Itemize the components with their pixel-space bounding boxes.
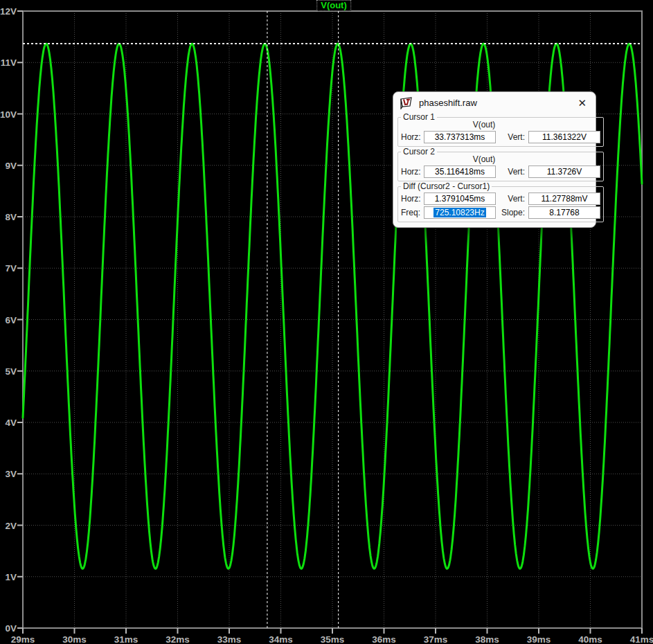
diff-freq-field[interactable]: 725.10823Hz <box>424 206 496 219</box>
y-tick-label: 8V <box>5 212 17 222</box>
cursor1-horz-label: Horz: <box>401 132 424 142</box>
cursor1-horz-field[interactable]: 33.737313ms <box>424 131 496 143</box>
x-tick-label: 29ms <box>11 634 35 644</box>
x-tick-label: 35ms <box>321 634 345 644</box>
x-tick-label: 36ms <box>372 634 396 644</box>
x-tick-label: 30ms <box>62 634 87 644</box>
y-tick-label: 5V <box>5 366 17 377</box>
x-tick-label: 34ms <box>269 634 293 644</box>
cursor1-vert-label: Vert: <box>496 132 528 142</box>
x-tick-label: 31ms <box>114 634 138 644</box>
y-tick-label: 11V <box>1 57 17 68</box>
diff-group: Diff (Cursor2 - Cursor1) Horz: 1.3791045… <box>397 181 604 222</box>
y-tick-label: 0V <box>5 623 17 634</box>
cursor2-horz-field[interactable]: 35.116418ms <box>424 166 496 178</box>
cursor2-vert-label: Vert: <box>496 167 528 177</box>
diff-vert-field[interactable]: 11.27788mV <box>528 193 600 205</box>
y-tick-label: 4V <box>5 418 17 428</box>
diff-slope-label: Slope: <box>496 208 528 217</box>
x-tick-label: 38ms <box>475 634 499 644</box>
diff-vert-label: Vert: <box>496 194 528 204</box>
y-tick-label: 12V <box>0 6 17 17</box>
cursor2-trace-name: V(out) <box>384 155 584 164</box>
x-tick-label: 37ms <box>424 634 448 644</box>
cursor2-group: Cursor 2 V(out) Horz: 35.116418ms Vert: … <box>397 147 604 181</box>
y-tick-label: 10V <box>0 109 17 120</box>
dialog-title: phaseshift.raw <box>419 98 574 108</box>
y-tick-label: 9V <box>5 161 17 171</box>
cursor2-vert-field[interactable]: 11.3726V <box>528 166 600 178</box>
x-tick-label: 33ms <box>217 634 242 644</box>
x-tick-label: 41ms <box>630 634 653 644</box>
diff-freq-label: Freq: <box>401 208 424 217</box>
plot-pane-title[interactable]: V(out) <box>316 0 351 11</box>
cursor-dialog[interactable]: phaseshift.raw ✕ Cursor 1 V(out) Horz: 3… <box>393 91 596 228</box>
cursor1-group: Cursor 1 V(out) Horz: 33.737313ms Vert: … <box>397 112 604 147</box>
diff-slope-field[interactable]: 8.17768 <box>528 206 600 219</box>
cursor2-horz-label: Horz: <box>401 167 424 177</box>
y-tick-label: 6V <box>5 315 17 325</box>
diff-group-label: Diff (Cursor2 - Cursor1) <box>401 181 492 191</box>
y-tick-label: 1V <box>5 572 17 582</box>
ltspice-logo-icon <box>400 97 413 109</box>
y-tick-label: 2V <box>5 521 17 531</box>
x-tick-label: 40ms <box>578 634 602 644</box>
y-tick-label: 7V <box>5 263 17 274</box>
x-tick-label: 39ms <box>527 634 551 644</box>
dialog-title-bar[interactable]: phaseshift.raw ✕ <box>393 92 596 112</box>
x-tick-label: 32ms <box>166 634 190 644</box>
diff-horz-field[interactable]: 1.3791045ms <box>424 193 496 205</box>
close-icon[interactable]: ✕ <box>574 97 590 109</box>
diff-horz-label: Horz: <box>401 194 424 204</box>
cursor1-trace-name: V(out) <box>384 120 584 129</box>
y-tick-label: 3V <box>5 469 17 479</box>
cursor1-vert-field[interactable]: 11.361322V <box>528 131 600 143</box>
waveform-viewer-window: 0V1V2V3V4V5V6V7V8V9V10V11V12V29ms30ms31m… <box>0 0 653 644</box>
